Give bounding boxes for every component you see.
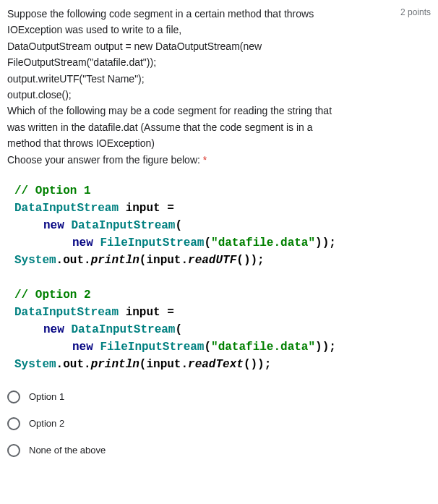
question-text: Suppose the following code segment in a …	[7, 6, 400, 168]
radio-icon	[7, 417, 20, 430]
question-line: output.writeUTF("Test Name");	[7, 73, 145, 85]
question-line: output.close();	[7, 89, 72, 101]
code-text: input =	[119, 202, 174, 215]
code-text: (input.	[139, 358, 188, 371]
code-type: DataInputStream	[14, 306, 119, 319]
question-line: IOException was used to write to a file,	[7, 24, 181, 35]
question-line: method that throws IOException)	[7, 137, 155, 149]
code-text: input =	[119, 306, 174, 319]
question-line: DataOutputStream output = new DataOutput…	[7, 40, 262, 52]
question-line: FileOutputStream("datafile.dat"));	[7, 56, 156, 68]
radio-option-2[interactable]: Option 2	[7, 411, 431, 437]
question-line: was written in the datafile.dat (Assume …	[7, 121, 313, 133]
radio-option-none[interactable]: None of the above	[7, 437, 431, 464]
code-type: DataInputStream	[71, 323, 175, 336]
radio-option-1[interactable]: Option 1	[7, 384, 431, 411]
code-figure: // Option 1 DataInputStream input = new …	[7, 182, 431, 373]
option-label: None of the above	[29, 443, 106, 458]
options-group: Option 1 Option 2 None of the above	[7, 384, 431, 464]
question-line: Choose your answer from the figure below…	[7, 154, 203, 166]
code-type: FileInputStream	[100, 341, 204, 354]
code-text: (	[204, 341, 211, 354]
option-label: Option 1	[29, 390, 64, 405]
code-keyword: new	[43, 323, 71, 336]
code-text: (	[175, 219, 182, 232]
code-type: DataInputStream	[14, 202, 119, 215]
code-type: System	[14, 254, 56, 267]
code-text: .out.	[56, 254, 91, 267]
radio-icon	[7, 390, 20, 403]
question-line: Which of the following may be a code seg…	[7, 105, 332, 116]
code-type: DataInputStream	[71, 219, 175, 232]
code-string: "datafile.data"	[211, 341, 315, 354]
code-text: (	[204, 236, 211, 249]
code-text: (input.	[139, 254, 188, 267]
radio-icon	[7, 444, 20, 457]
code-text: ));	[315, 341, 336, 354]
code-keyword: new	[72, 341, 100, 354]
code-method: println	[91, 254, 139, 267]
option-label: Option 2	[29, 417, 64, 432]
code-comment: // Option 2	[14, 289, 91, 302]
code-type: FileInputStream	[100, 236, 204, 249]
code-method: println	[91, 358, 139, 371]
code-method: readUTF	[188, 254, 236, 267]
code-text: (	[175, 323, 182, 336]
code-keyword: new	[43, 219, 71, 232]
code-text: .out.	[56, 358, 91, 371]
code-method: readText	[188, 358, 244, 371]
code-text: ());	[236, 254, 264, 267]
points-label: 2 points	[400, 6, 431, 20]
question-line: Suppose the following code segment in a …	[7, 8, 314, 20]
code-type: System	[14, 358, 56, 371]
code-comment: // Option 1	[14, 184, 91, 197]
code-text: ());	[244, 358, 271, 371]
code-keyword: new	[72, 236, 100, 249]
code-text: ));	[315, 236, 336, 249]
required-indicator: *	[203, 154, 207, 166]
code-string: "datafile.data"	[211, 236, 315, 249]
